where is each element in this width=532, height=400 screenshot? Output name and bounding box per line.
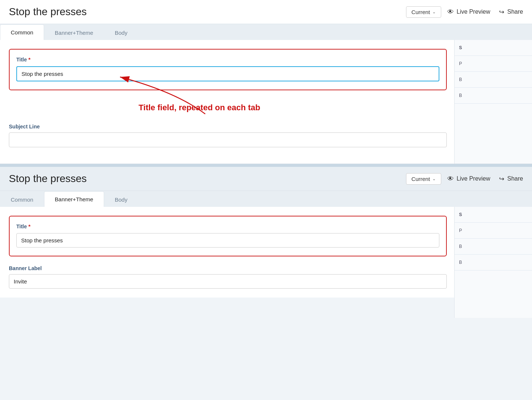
tabs-bar-1: Common Banner+Theme Body [0, 24, 532, 40]
sidebar-item-s: S [455, 40, 532, 56]
eye-icon-2: 👁 [447, 175, 454, 183]
tab-content-2: Title * Banner Label S P B B [0, 207, 532, 298]
page-title-1: Stop the presses [9, 6, 400, 18]
page-title-2: Stop the presses [9, 173, 400, 185]
share-label-2: Share [507, 175, 523, 182]
tabs-bar-2: Common Banner+Theme Body [0, 191, 532, 207]
eye-icon-1: 👁 [447, 8, 454, 16]
required-star-2: * [29, 223, 31, 229]
sidebar-item-b2: B [455, 88, 532, 104]
sidebar2-item-s: S [455, 207, 532, 223]
chevron-down-icon-1: ⌄ [432, 10, 436, 14]
current-dropdown-1[interactable]: Current ⌄ [406, 6, 441, 18]
tab-common-1[interactable]: Common [0, 24, 44, 40]
title-label-2: Title * [16, 223, 439, 229]
tab-banner-theme-2[interactable]: Banner+Theme [44, 191, 104, 207]
right-sidebar-2: S P B B [454, 207, 532, 318]
sidebar2-item-b1: B [455, 239, 532, 255]
header-right-1: 👁 Live Preview ↪ Share [447, 8, 523, 16]
banner-input[interactable] [9, 274, 447, 289]
panel-1-header: Stop the presses Current ⌄ 👁 Live Previe… [0, 0, 532, 24]
current-label-2: Current [412, 176, 430, 182]
live-preview-label-1: Live Preview [457, 9, 491, 15]
panel-2: Stop the presses Current ⌄ 👁 Live Previe… [0, 167, 532, 298]
share-button-2[interactable]: ↪ Share [499, 175, 523, 183]
subject-field-section-1: Subject Line [9, 124, 447, 147]
tab-content-1: Title * Title field, repeated [0, 40, 532, 164]
panel-divider [0, 164, 532, 167]
tab-body-2[interactable]: Body [104, 192, 138, 207]
sidebar2-item-b2: B [455, 255, 532, 270]
current-dropdown-2[interactable]: Current ⌄ [406, 173, 441, 185]
tab-common-2[interactable]: Common [0, 192, 44, 207]
title-field-section-2: Title * [9, 216, 447, 256]
share-label-1: Share [507, 9, 523, 15]
tab-body-1[interactable]: Body [104, 25, 138, 40]
banner-label: Banner Label [9, 265, 447, 271]
title-label-1: Title * [16, 56, 439, 63]
sidebar-item-b1: B [455, 72, 532, 88]
banner-field-section: Banner Label [9, 265, 447, 289]
sidebar-item-p: P [455, 56, 532, 72]
required-star-1: * [29, 56, 31, 63]
annotation-text: Title field, repeated on each tab [139, 103, 417, 112]
panel-2-header: Stop the presses Current ⌄ 👁 Live Previe… [0, 167, 532, 191]
live-preview-button-1[interactable]: 👁 Live Preview [447, 8, 491, 16]
subject-label-1: Subject Line [9, 124, 447, 130]
right-sidebar-1: S P B B [454, 40, 532, 164]
share-button-1[interactable]: ↪ Share [499, 8, 523, 16]
share-icon-2: ↪ [499, 175, 504, 183]
subject-input-1[interactable] [9, 132, 447, 147]
chevron-down-icon-2: ⌄ [432, 177, 436, 181]
panel-1: Stop the presses Current ⌄ 👁 Live Previe… [0, 0, 532, 164]
title-input-2[interactable] [16, 233, 439, 248]
live-preview-button-2[interactable]: 👁 Live Preview [447, 175, 491, 183]
live-preview-label-2: Live Preview [457, 175, 491, 182]
title-field-section-1: Title * [9, 49, 447, 90]
tab-banner-theme-1[interactable]: Banner+Theme [44, 25, 104, 40]
current-label-1: Current [412, 9, 430, 15]
sidebar2-item-p: P [455, 223, 532, 239]
header-right-2: 👁 Live Preview ↪ Share [447, 175, 523, 183]
share-icon-1: ↪ [499, 8, 504, 16]
title-input-1[interactable] [16, 66, 439, 81]
